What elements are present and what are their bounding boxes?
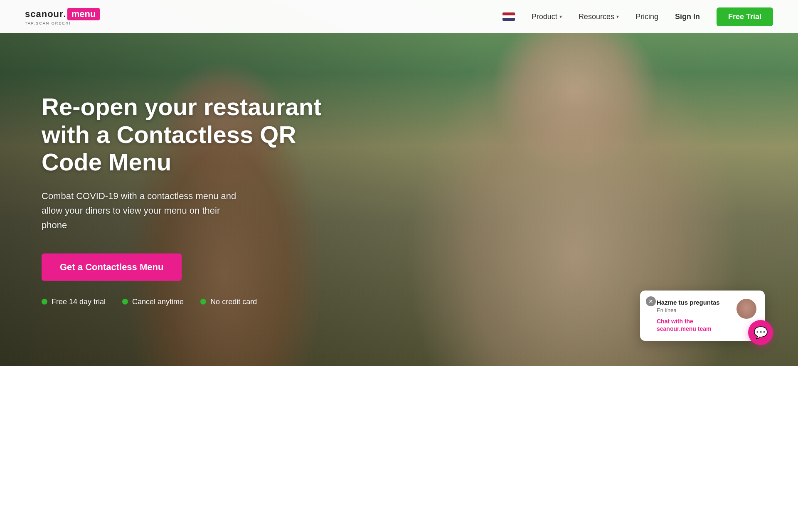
- chat-title: Hazme tus preguntas: [657, 299, 731, 306]
- chat-close-button[interactable]: ✕: [646, 296, 656, 306]
- badge-dot-icon-2: [122, 299, 128, 305]
- badge-no-credit-label: No credit card: [210, 297, 257, 306]
- nav-free-trial-button[interactable]: Free Trial: [717, 7, 773, 26]
- navbar: scanour . menu TAP.SCAN.ORDER! Product ▾…: [0, 0, 798, 33]
- logo-tagline: TAP.SCAN.ORDER!: [25, 21, 100, 25]
- product-chevron-icon: ▾: [559, 14, 562, 20]
- nav-resources[interactable]: Resources ▾: [579, 12, 619, 21]
- logo-scanour-text: scanour: [25, 9, 64, 20]
- badge-no-credit: No credit card: [200, 297, 257, 306]
- hero-cta-button[interactable]: Get a Contactless Menu: [42, 253, 182, 281]
- nav-links: Product ▾ Resources ▾ Pricing Sign In Fr…: [502, 7, 773, 26]
- hero-badges: Free 14 day trial Cancel anytime No cred…: [42, 297, 332, 306]
- badge-cancel: Cancel anytime: [122, 297, 184, 306]
- nav-product[interactable]: Product ▾: [532, 12, 562, 21]
- badge-free-trial: Free 14 day trial: [42, 297, 106, 306]
- chat-link[interactable]: Chat with the scanour.menu team: [657, 318, 712, 332]
- chat-content: Hazme tus preguntas En línea Chat with t…: [648, 299, 731, 332]
- language-flag[interactable]: [502, 12, 515, 21]
- hero-content: Re-open your restaurant with a Contactle…: [42, 93, 332, 306]
- badge-free-trial-label: Free 14 day trial: [52, 297, 106, 306]
- nav-signin[interactable]: Sign In: [675, 12, 700, 21]
- resources-chevron-icon: ▾: [616, 14, 619, 20]
- hero-section: Re-open your restaurant with a Contactle…: [0, 0, 798, 366]
- hero-subtitle: Combat COVID-19 with a contactless menu …: [42, 189, 241, 233]
- badge-cancel-label: Cancel anytime: [132, 297, 184, 306]
- avatar-face: [736, 299, 756, 319]
- logo-menu-text: menu: [67, 8, 100, 20]
- chat-bubble-button[interactable]: 💬: [748, 320, 773, 345]
- nav-pricing[interactable]: Pricing: [635, 12, 658, 21]
- logo[interactable]: scanour . menu TAP.SCAN.ORDER!: [25, 8, 100, 25]
- chat-widget: ✕ Hazme tus preguntas En línea Chat with…: [640, 291, 765, 341]
- badge-dot-icon-3: [200, 299, 206, 305]
- hero-title: Re-open your restaurant with a Contactle…: [42, 93, 332, 176]
- badge-dot-icon: [42, 299, 47, 305]
- avatar: [736, 299, 756, 319]
- chat-bubble-icon: 💬: [754, 326, 768, 340]
- logo-dot: .: [64, 9, 66, 20]
- chat-status: En línea: [657, 307, 731, 313]
